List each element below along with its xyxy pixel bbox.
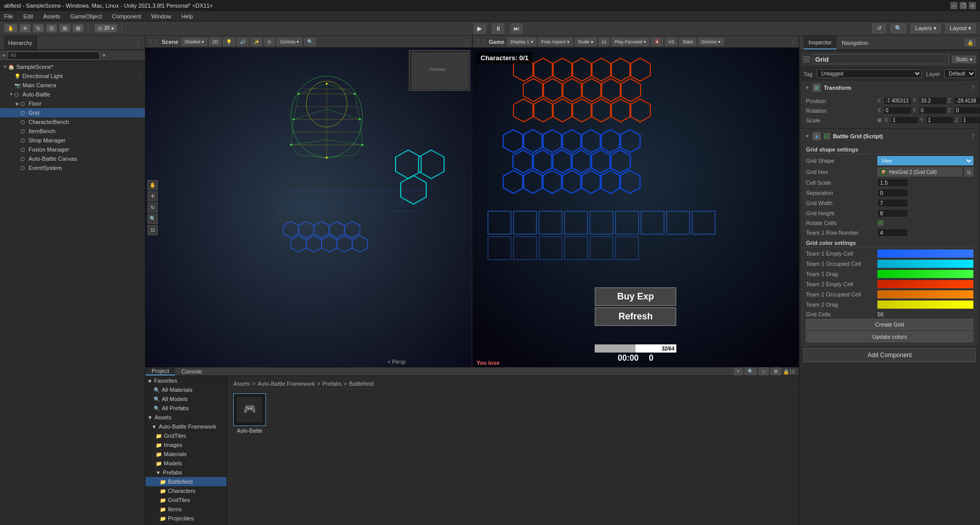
cell-scale-input[interactable]: 1.5 bbox=[877, 179, 908, 187]
menu-assets[interactable]: Assets bbox=[41, 13, 62, 19]
proj-ui[interactable]: 📁 UI bbox=[145, 523, 227, 525]
game-buy-exp-button[interactable]: Buy Exp bbox=[595, 287, 676, 306]
scale-y-input[interactable]: 1 bbox=[926, 116, 954, 124]
close-button[interactable]: ✕ bbox=[969, 2, 976, 9]
hier-item-auto-battle-canvas[interactable]: ⬡ Auto-Battle Canvas bbox=[0, 154, 145, 163]
proj-battlefield[interactable]: 📁 Battlefield bbox=[145, 477, 227, 486]
proj-favorites[interactable]: ★ Favorites bbox=[145, 376, 227, 385]
obj-active-checkbox[interactable]: ✓ bbox=[803, 56, 810, 62]
game-panel-menu[interactable]: ⋮ bbox=[791, 39, 796, 44]
team1-drag-swatch[interactable] bbox=[877, 270, 973, 278]
move-tool[interactable]: ✛ bbox=[19, 24, 31, 33]
hand-scene-btn[interactable]: ✋ bbox=[148, 180, 158, 190]
hierarchy-search[interactable] bbox=[8, 52, 100, 60]
rotate-cells-checkbox[interactable]: ✓ bbox=[877, 220, 884, 226]
minimize-button[interactable]: ─ bbox=[950, 2, 958, 9]
battle-grid-header[interactable]: ▼ ◆ ✓ Battle Grid (Script) ⋮ ? bbox=[802, 130, 977, 142]
game-play-focused-btn[interactable]: Play Focused ▾ bbox=[611, 38, 649, 46]
breadcrumb-abf[interactable]: Auto-Battle Framework bbox=[257, 381, 314, 387]
inspector-tab[interactable]: Inspector bbox=[803, 36, 837, 49]
hier-item-floor[interactable]: ▶ ⬡ Floor bbox=[0, 99, 145, 108]
move-scene-btn[interactable]: ✛ bbox=[148, 191, 158, 202]
pos-z-input[interactable]: -28.4138 bbox=[954, 97, 980, 105]
game-refresh-button[interactable]: Refresh bbox=[595, 307, 676, 326]
layer-select[interactable]: Default bbox=[944, 69, 976, 78]
rotate-tool[interactable]: ↻ bbox=[33, 24, 44, 33]
battle-grid-help-btn[interactable]: ? bbox=[971, 134, 974, 139]
rect-tool[interactable]: ⊞ bbox=[59, 24, 70, 33]
obj-name-input[interactable] bbox=[813, 54, 949, 64]
proj-gridtiles2[interactable]: 📁 GridTiles bbox=[145, 495, 227, 505]
team1-empty-swatch[interactable] bbox=[877, 249, 973, 258]
play-button[interactable]: ▶ bbox=[474, 23, 486, 34]
proj-items[interactable]: 📁 Items bbox=[145, 505, 227, 514]
scene-shading-btn[interactable]: Shaded ▾ bbox=[181, 38, 207, 46]
grid-hex-select-btn[interactable]: ⊙ bbox=[964, 167, 973, 177]
search-button[interactable]: 🔍 bbox=[890, 23, 906, 33]
layout-button[interactable]: Layout ▾ bbox=[945, 23, 976, 33]
hier-item-item-bench[interactable]: ⬡ ItemBench bbox=[0, 127, 145, 136]
game-display-btn[interactable]: Display 1 ▾ bbox=[507, 38, 536, 46]
transform-header[interactable]: ▼ ⊞ Transform ⋮ ? bbox=[802, 82, 977, 94]
menu-edit[interactable]: Edit bbox=[21, 13, 35, 19]
proj-characters[interactable]: 📁 Characters bbox=[145, 486, 227, 495]
step-button[interactable]: ⏭ bbox=[510, 23, 523, 34]
hier-item-character-bench[interactable]: ⬡ CharacterBench bbox=[0, 117, 145, 127]
scene-audio-btn[interactable]: 🔊 bbox=[237, 38, 249, 46]
frame-scene-btn[interactable]: ⊡ bbox=[148, 225, 158, 235]
transform-tool[interactable]: ⊠ bbox=[72, 24, 84, 33]
pause-button[interactable]: ⏸ bbox=[492, 23, 504, 34]
separation-input[interactable]: 0 bbox=[877, 189, 908, 197]
zoom-scene-btn[interactable]: 🔍 bbox=[148, 214, 158, 224]
hierarchy-menu-icon[interactable]: ⋮ bbox=[135, 39, 141, 46]
game-stats-btn[interactable]: Stats bbox=[679, 38, 696, 46]
hier-item-auto-battle[interactable]: ▼ ⬡ Auto-Battle bbox=[0, 90, 145, 99]
pivot-button[interactable]: ⊙ JR ▾ bbox=[94, 24, 117, 33]
tab-project[interactable]: Project bbox=[145, 367, 175, 376]
layers-button[interactable]: Layers ▾ bbox=[911, 23, 941, 33]
proj-abf[interactable]: ▼ Auto-Battle Framework bbox=[145, 422, 227, 431]
undo-button[interactable]: ↺ bbox=[872, 23, 886, 33]
rot-x-input[interactable]: 0 bbox=[884, 107, 912, 114]
hier-item-event-system[interactable]: ⬡ EventSystem bbox=[0, 163, 145, 172]
bottom-create-btn[interactable]: + bbox=[734, 367, 743, 376]
proj-projectiles[interactable]: 📁 Projectiles bbox=[145, 514, 227, 523]
scene-panel-menu[interactable]: ⋮ bbox=[464, 39, 469, 44]
pos-x-input[interactable]: -7.405313 bbox=[884, 97, 912, 105]
scene-gizmos-btn[interactable]: Gizmos ▾ bbox=[277, 38, 302, 46]
scene-search-btn[interactable]: 🔍 bbox=[304, 38, 316, 46]
hier-item-menu[interactable]: ⋮ bbox=[138, 73, 143, 79]
game-gizmos-btn[interactable]: Gizmos ▾ bbox=[698, 38, 724, 46]
grid-hex-ref[interactable]: 📦 HexGrid 2 (Grid Cell) bbox=[877, 167, 962, 177]
inspector-lock-btn[interactable]: 🔒 bbox=[965, 39, 976, 46]
battle-grid-checkbox[interactable]: ✓ bbox=[824, 133, 830, 139]
hierarchy-add-icon[interactable]: + bbox=[2, 52, 6, 59]
hier-item-main-camera[interactable]: 📷 Main Camera bbox=[0, 81, 145, 90]
hier-item-directional-light[interactable]: 💡 Directional Light ⋮ bbox=[0, 71, 145, 81]
hierarchy-filter-icon[interactable]: ▼ bbox=[102, 53, 107, 58]
scene-hidden-btn[interactable]: ⊙ bbox=[264, 38, 275, 46]
breadcrumb-assets[interactable]: Assets bbox=[233, 381, 250, 387]
team2-occupied-swatch[interactable] bbox=[877, 290, 973, 298]
scene-2d-btn[interactable]: 2D bbox=[209, 38, 222, 46]
tab-console[interactable]: Console bbox=[175, 367, 208, 376]
maximize-button[interactable]: ❐ bbox=[960, 2, 967, 9]
hier-item-shop-manager[interactable]: ⬡ Shop Manager bbox=[0, 136, 145, 145]
hier-item-grid[interactable]: ⬡ Grid bbox=[0, 108, 145, 117]
scale-x-input[interactable]: 1 bbox=[891, 116, 919, 124]
window-controls[interactable]: ─ ❐ ✕ bbox=[950, 2, 976, 9]
bottom-search-icon[interactable]: 🔍 bbox=[745, 367, 756, 376]
rot-y-input[interactable]: 0 bbox=[919, 107, 947, 114]
bottom-filter-btn[interactable]: ☆ bbox=[758, 367, 769, 376]
grid-width-input[interactable]: 7 bbox=[877, 199, 908, 207]
transform-help-btn[interactable]: ? bbox=[971, 85, 974, 91]
update-colors-button[interactable]: Update colors bbox=[806, 331, 973, 342]
proj-images[interactable]: 📁 Images bbox=[145, 440, 227, 449]
pos-y-input[interactable]: 33.2 bbox=[919, 97, 947, 105]
rot-z-input[interactable]: 0 bbox=[954, 107, 980, 114]
breadcrumb-prefabs[interactable]: Prefabs bbox=[322, 381, 341, 387]
grid-height-input[interactable]: 8 bbox=[877, 209, 908, 217]
game-vsyncs-btn[interactable]: VS bbox=[665, 38, 677, 46]
team1-occupied-swatch[interactable] bbox=[877, 260, 973, 268]
proj-materials[interactable]: 📁 Materials bbox=[145, 449, 227, 459]
